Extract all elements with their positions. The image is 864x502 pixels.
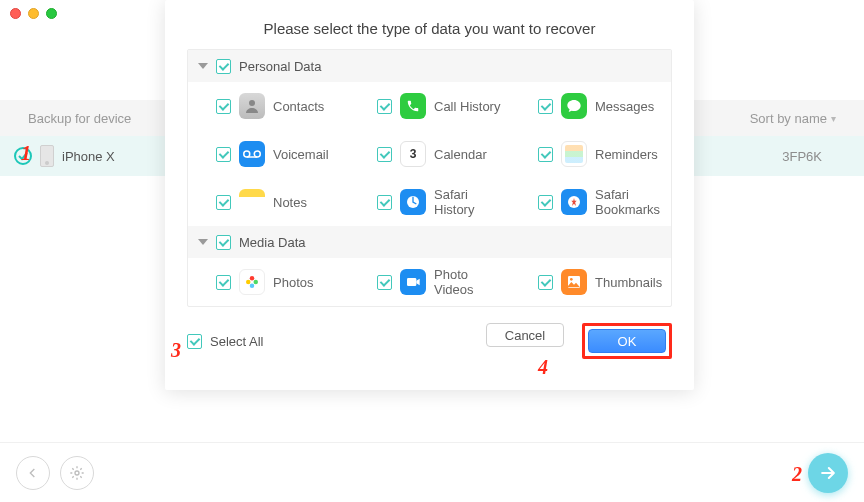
device-name: iPhone X	[62, 149, 115, 164]
select-all-checkbox[interactable]	[187, 334, 202, 349]
back-button[interactable]	[16, 456, 50, 490]
contacts-icon	[239, 93, 265, 119]
safari-bookmarks-label: Safari Bookmarks	[595, 187, 671, 217]
select-data-modal: Please select the type of data you want …	[165, 0, 694, 390]
voicemail-label: Voicemail	[273, 147, 329, 162]
chevron-down-icon: ▾	[831, 113, 836, 124]
photos-checkbox[interactable]	[216, 275, 231, 290]
voicemail-icon	[239, 141, 265, 167]
contacts-checkbox[interactable]	[216, 99, 231, 114]
svg-point-1	[244, 151, 250, 157]
safari-bookmarks-checkbox[interactable]	[538, 195, 553, 210]
reminders-icon	[561, 141, 587, 167]
zoom-icon[interactable]	[46, 8, 57, 19]
messages-checkbox[interactable]	[538, 99, 553, 114]
thumbnails-checkbox[interactable]	[538, 275, 553, 290]
reminders-checkbox[interactable]	[538, 147, 553, 162]
safari-history-label: Safari History	[434, 187, 510, 217]
svg-rect-11	[407, 278, 416, 286]
sort-by-label: Sort by name	[750, 111, 827, 126]
safari-history-icon	[400, 189, 426, 215]
notes-label: Notes	[273, 195, 307, 210]
personal-data-grid: Contacts Call History Messages Voicemail…	[188, 82, 671, 226]
sort-by-dropdown[interactable]: Sort by name ▾	[750, 111, 836, 126]
disclosure-triangle-icon	[198, 239, 208, 245]
thumbnails-icon	[561, 269, 587, 295]
svg-point-10	[246, 280, 251, 285]
contacts-item[interactable]: Contacts	[188, 82, 349, 130]
disclosure-triangle-icon	[198, 63, 208, 69]
photo-videos-checkbox[interactable]	[377, 275, 392, 290]
bottom-toolbar	[0, 442, 864, 502]
iphone-icon	[40, 145, 54, 167]
call-history-checkbox[interactable]	[377, 99, 392, 114]
safari-bookmarks-icon	[561, 189, 587, 215]
media-data-group-header[interactable]: Media Data	[188, 226, 671, 258]
safari-history-checkbox[interactable]	[377, 195, 392, 210]
arrow-right-icon	[818, 463, 838, 483]
data-type-panel: Personal Data Contacts Call History Mess…	[187, 49, 672, 307]
photos-icon	[239, 269, 265, 295]
messages-item[interactable]: Messages	[510, 82, 671, 130]
modal-title: Please select the type of data you want …	[187, 14, 672, 49]
notes-icon	[239, 189, 265, 215]
window-traffic-lights	[10, 8, 57, 19]
media-data-checkbox[interactable]	[216, 235, 231, 250]
reminders-label: Reminders	[595, 147, 658, 162]
contacts-label: Contacts	[273, 99, 324, 114]
notes-checkbox[interactable]	[216, 195, 231, 210]
call-history-label: Call History	[434, 99, 500, 114]
personal-data-group-header[interactable]: Personal Data	[188, 50, 671, 82]
svg-marker-12	[416, 279, 419, 286]
cancel-button[interactable]: Cancel	[486, 323, 564, 347]
voicemail-checkbox[interactable]	[216, 147, 231, 162]
reminders-item[interactable]: Reminders	[510, 130, 671, 178]
safari-bookmarks-item[interactable]: Safari Bookmarks	[510, 178, 671, 226]
photos-item[interactable]: Photos	[188, 258, 349, 306]
media-data-label: Media Data	[239, 235, 305, 250]
photo-videos-icon	[400, 269, 426, 295]
svg-point-0	[249, 100, 255, 106]
arrow-left-icon	[25, 465, 41, 481]
call-history-item[interactable]: Call History	[349, 82, 510, 130]
svg-point-14	[570, 278, 573, 281]
personal-data-checkbox[interactable]	[216, 59, 231, 74]
device-selected-check-icon	[14, 147, 32, 165]
svg-point-9	[250, 284, 255, 289]
backup-for-device-label: Backup for device	[28, 111, 131, 126]
messages-icon	[561, 93, 587, 119]
photos-label: Photos	[273, 275, 313, 290]
device-udid-fragment: 3FP6K	[782, 149, 850, 164]
ok-button-highlight: OK	[582, 323, 672, 359]
select-all-label: Select All	[210, 334, 263, 349]
photo-videos-label: Photo Videos	[434, 267, 510, 297]
calendar-label: Calendar	[434, 147, 487, 162]
next-button[interactable]	[808, 453, 848, 493]
minimize-icon[interactable]	[28, 8, 39, 19]
modal-footer: Select All Cancel OK	[187, 307, 672, 359]
thumbnails-label: Thumbnails	[595, 275, 662, 290]
messages-label: Messages	[595, 99, 654, 114]
select-all-row[interactable]: Select All	[187, 334, 263, 349]
gear-icon	[69, 465, 85, 481]
safari-history-item[interactable]: Safari History	[349, 178, 510, 226]
thumbnails-item[interactable]: Thumbnails	[510, 258, 671, 306]
personal-data-label: Personal Data	[239, 59, 321, 74]
svg-point-7	[250, 276, 255, 281]
photo-videos-item[interactable]: Photo Videos	[349, 258, 510, 306]
voicemail-item[interactable]: Voicemail	[188, 130, 349, 178]
svg-point-15	[75, 471, 79, 475]
media-data-grid: Photos Photo Videos Thumbnails	[188, 258, 671, 306]
calendar-item[interactable]: 3 Calendar	[349, 130, 510, 178]
calendar-icon: 3	[400, 141, 426, 167]
notes-item[interactable]: Notes	[188, 178, 349, 226]
calendar-checkbox[interactable]	[377, 147, 392, 162]
ok-button[interactable]: OK	[588, 329, 666, 353]
close-icon[interactable]	[10, 8, 21, 19]
phone-icon	[400, 93, 426, 119]
svg-point-2	[254, 151, 260, 157]
settings-button[interactable]	[60, 456, 94, 490]
svg-point-8	[254, 280, 259, 285]
